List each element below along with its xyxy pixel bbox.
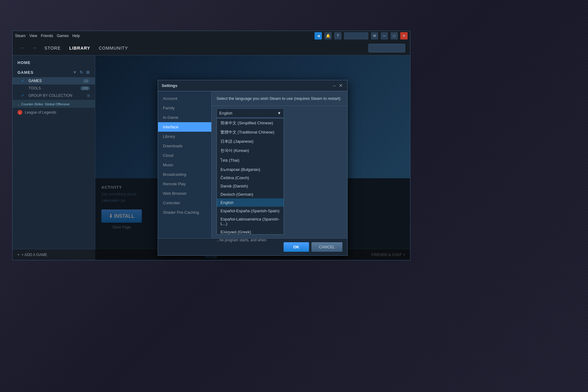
add-game-icon: + — [17, 253, 20, 257]
lang-option-6[interactable]: Čeština (Czech) — [217, 174, 284, 182]
settings-item-library[interactable]: Library — [158, 132, 211, 141]
settings-item-controller[interactable]: Controller — [158, 198, 211, 208]
dialog-close-btn[interactable]: ✕ — [337, 83, 344, 89]
minimize-btn[interactable]: ─ — [381, 32, 388, 40]
menu-steam[interactable]: Steam — [15, 34, 26, 38]
dialog-body: Account Family In-Game Interface Library… — [158, 91, 347, 238]
collection-name: ... Counter-Strike: Global Offensive — [17, 102, 70, 106]
title-bar-menu: Steam View Friends Games Help — [15, 34, 80, 38]
settings-item-remoteplay[interactable]: Remote Play — [158, 179, 211, 189]
title-bar: Steam View Friends Games Help ◀ 🔔 ? ✉ ─ … — [13, 31, 410, 41]
group-check-icon: ✓ — [21, 93, 26, 98]
menu-games[interactable]: Games — [57, 34, 69, 38]
tools-label: TOOLS — [28, 86, 78, 90]
lang-option-12[interactable]: Ελληνικά (Greek) — [217, 228, 284, 235]
games-filter-icon[interactable]: ▼ — [73, 70, 77, 75]
settings-item-account[interactable]: Account — [158, 94, 211, 103]
settings-item-family[interactable]: Family — [158, 103, 211, 113]
sidebar-home[interactable]: HOME — [13, 58, 95, 67]
lang-option-10[interactable]: Español-España (Spanish-Spain) — [217, 207, 284, 215]
settings-item-downloads[interactable]: Downloads — [158, 141, 211, 151]
group-collection-label: GROUP BY COLLECTION — [28, 93, 85, 98]
back-arrow[interactable]: ← — [17, 43, 28, 52]
settings-item-webbrowser[interactable]: Web Browser — [158, 189, 211, 198]
nav-store[interactable]: STORE — [41, 44, 64, 52]
settings-item-cloud[interactable]: Cloud — [158, 151, 211, 160]
ok-button[interactable]: OK — [284, 242, 309, 252]
language-select[interactable]: English ▼ — [217, 108, 284, 118]
user-menu[interactable] — [344, 32, 368, 40]
nav-back-icon[interactable]: ◀ — [315, 32, 322, 40]
dialog-minimize-btn[interactable]: ─ — [331, 83, 337, 89]
lang-option-9[interactable]: English — [217, 198, 284, 207]
title-bar-controls: ◀ 🔔 ? ✉ ─ □ ✕ — [315, 32, 408, 40]
sidebar-games-header: GAMES ▼ ↻ ⊞ — [13, 67, 95, 77]
notification-icon[interactable]: 🔔 — [324, 32, 332, 40]
games-check-icon: ✓ — [21, 79, 26, 83]
lang-option-4[interactable]: ไทย (Thai) — [217, 155, 284, 165]
sidebar: HOME GAMES ▼ ↻ ⊞ ✓ GAMES (2) ✓ TOOLS (99… — [13, 55, 95, 260]
tools-count: (99) — [80, 86, 90, 90]
games-label: GAMES — [28, 79, 80, 83]
settings-item-ingame[interactable]: In-Game — [158, 113, 211, 122]
main-content: ⬇ INSTALL Store Page ACTIVITY Say someth… — [95, 55, 410, 260]
help-icon[interactable]: ? — [334, 32, 341, 40]
maximize-btn[interactable]: □ — [390, 32, 398, 40]
steam-window: Steam View Friends Games Help ◀ 🔔 ? ✉ ─ … — [12, 31, 410, 260]
settings-item-broadcasting[interactable]: Broadcasting — [158, 170, 211, 179]
nav-community[interactable]: COMMUNITY — [95, 44, 132, 52]
games-count: (2) — [82, 79, 90, 83]
menu-friends[interactable]: Friends — [41, 34, 53, 38]
games-view-icon[interactable]: ⊞ — [86, 70, 90, 75]
sidebar-item-tools[interactable]: ✓ TOOLS (99) — [13, 85, 95, 92]
lang-option-11[interactable]: Español-Latinoamérica (Spanish-L...) — [217, 215, 284, 228]
dropdown-arrow-icon: ▼ — [277, 111, 281, 115]
lang-option-0[interactable]: 简体中文 (Simplified Chinese) — [217, 119, 284, 128]
add-game-button[interactable]: + + ADD A GAME — [17, 253, 47, 257]
tools-check-icon: ✓ — [21, 86, 26, 90]
dialog-title: Settings — [162, 83, 331, 88]
lang-option-8[interactable]: Deutsch (German) — [217, 190, 284, 198]
lang-option-1[interactable]: 繁體中文 (Traditional Chinese) — [217, 128, 284, 137]
nav-bar: ← → STORE LIBRARY COMMUNITY — [13, 41, 410, 55]
content-area: HOME GAMES ▼ ↻ ⊞ ✓ GAMES (2) ✓ TOOLS (99… — [13, 55, 410, 260]
nav-search[interactable] — [368, 44, 405, 52]
current-language-label: English — [219, 111, 232, 115]
modal-overlay: Settings ─ ✕ Account Family In-Game Inte… — [95, 55, 410, 260]
language-dropdown-list: 简体中文 (Simplified Chinese) 繁體中文 (Traditio… — [217, 118, 284, 235]
settings-dialog: Settings ─ ✕ Account Family In-Game Inte… — [158, 80, 348, 256]
lol-icon: L — [17, 110, 22, 115]
settings-sidebar: Account Family In-Game Interface Library… — [158, 91, 212, 238]
forward-arrow[interactable]: → — [29, 43, 40, 52]
group-filter-icon: ⊞ — [87, 93, 90, 98]
settings-item-shadercaching[interactable]: Shader Pre-Caching — [158, 208, 211, 217]
mail-icon[interactable]: ✉ — [371, 32, 378, 40]
sidebar-item-games[interactable]: ✓ GAMES (2) — [13, 77, 95, 85]
close-btn[interactable]: ✕ — [400, 32, 408, 40]
lang-option-5[interactable]: Български (Bulgarian) — [217, 165, 284, 174]
lang-option-2[interactable]: 日本語 (Japanese) — [217, 137, 284, 146]
game-item-lol[interactable]: L League of Legends — [13, 108, 95, 116]
lol-label: League of Legends — [25, 110, 56, 115]
add-game-label: + ADD A GAME — [21, 253, 47, 257]
language-instruction: Select the language you wish Steam to us… — [212, 91, 347, 106]
menu-help[interactable]: Help — [72, 34, 80, 38]
settings-content-panel: Select the language you wish Steam to us… — [212, 91, 347, 238]
settings-item-interface[interactable]: Interface — [158, 122, 211, 132]
language-dropdown-container: English ▼ 简体中文 (Simplified Chinese) 繁體中文… — [212, 106, 347, 120]
menu-view[interactable]: View — [29, 34, 37, 38]
sidebar-item-group-collection[interactable]: ✓ GROUP BY COLLECTION ⊞ — [13, 92, 95, 99]
settings-item-music[interactable]: Music — [158, 160, 211, 170]
games-refresh-icon[interactable]: ↻ — [80, 70, 84, 75]
nav-library[interactable]: LIBRARY — [66, 44, 94, 52]
lang-option-3[interactable]: 한국어 (Korean) — [217, 146, 284, 155]
cancel-button[interactable]: CANCEL — [311, 242, 342, 252]
dialog-title-bar: Settings ─ ✕ — [158, 80, 347, 91]
lang-option-7[interactable]: Dansk (Danish) — [217, 182, 284, 190]
